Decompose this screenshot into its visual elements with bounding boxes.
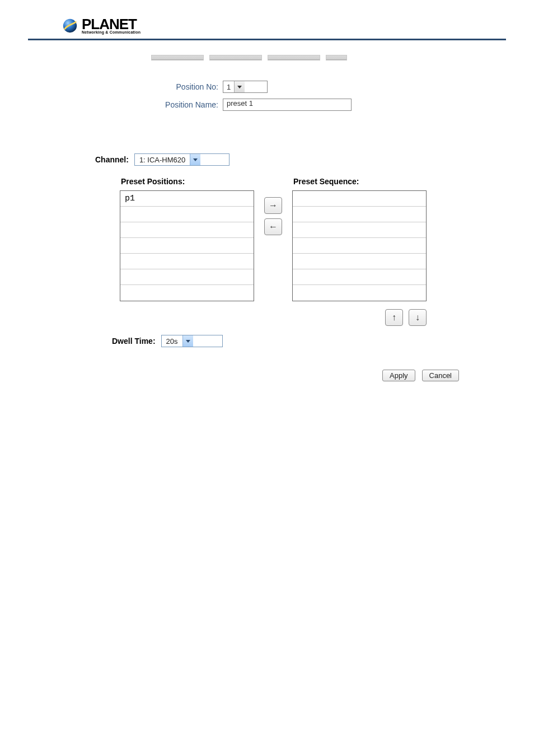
globe-icon [62,17,78,34]
list-item[interactable] [293,285,426,301]
page-header: PLANET Networking & Communication [28,17,506,39]
arrow-up-icon: ↑ [392,312,396,323]
preset-position-form: Position No: 1 Position Name: preset 1 [151,55,375,111]
list-item[interactable] [120,238,254,254]
move-down-button[interactable]: ↓ [409,309,427,326]
tabstrip-placeholder [151,55,375,60]
description-list [28,421,506,445]
logo-text: PLANET [82,17,140,31]
positions-listbox[interactable]: p1 [120,190,254,301]
list-item[interactable] [120,222,254,238]
header-divider [28,39,506,40]
position-name-label: Position Name: [151,100,223,109]
list-item[interactable] [293,222,426,238]
move-up-button[interactable]: ↑ [385,309,403,326]
list-item[interactable]: p1 [120,191,254,207]
list-item[interactable] [120,269,254,285]
position-no-label: Position No: [151,82,223,91]
chevron-down-icon [234,81,245,92]
chevron-down-icon [190,154,200,165]
tab-placeholder [326,55,347,60]
channel-label: Channel: [95,155,129,164]
position-name-field[interactable]: preset 1 [223,99,352,111]
tab-placeholder [151,55,204,60]
tab-placeholder [268,55,320,60]
arrow-down-icon: ↓ [415,312,420,323]
remove-from-sequence-button[interactable]: ← [264,218,282,235]
arrow-left-icon: ← [269,222,278,232]
brand-logo: PLANET Networking & Communication [62,17,506,34]
tab-placeholder [209,55,262,60]
position-no-select[interactable]: 1 [223,81,268,93]
preset-sequence-ui: Channel: 1: ICA-HM620 Preset Positions: … [95,153,465,381]
channel-select[interactable]: 1: ICA-HM620 [134,153,229,166]
list-item[interactable] [120,254,254,269]
chevron-down-icon [182,335,193,347]
list-item[interactable] [293,269,426,285]
sequence-title: Preset Sequence: [293,177,427,186]
list-item[interactable] [293,238,426,254]
dwell-time-label: Dwell Time: [112,337,156,346]
arrow-right-icon: → [269,200,278,211]
channel-value: 1: ICA-HM620 [135,154,190,165]
cancel-button[interactable]: Cancel [422,370,459,381]
list-item[interactable] [293,207,426,222]
list-item[interactable] [293,254,426,269]
positions-title: Preset Positions: [121,177,254,186]
list-item[interactable] [120,207,254,222]
dwell-time-value: 20s [162,335,182,347]
sequence-listbox[interactable] [292,190,427,301]
logo-subtitle: Networking & Communication [82,30,140,34]
apply-button[interactable]: Apply [382,370,415,381]
position-no-value: 1 [223,83,234,91]
add-to-sequence-button[interactable]: → [264,197,282,214]
dwell-time-select[interactable]: 20s [161,335,223,347]
list-item[interactable] [120,285,254,301]
list-item[interactable] [293,191,426,207]
